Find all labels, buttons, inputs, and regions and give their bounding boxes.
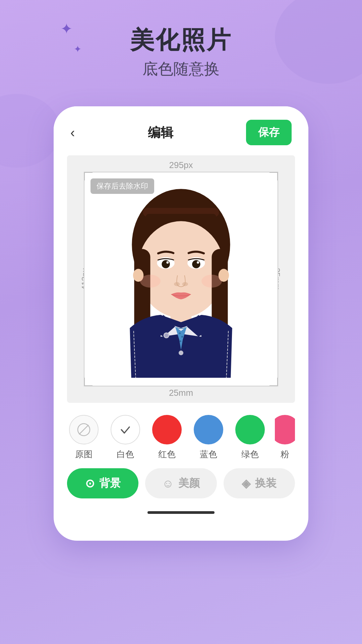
color-label-blue: 蓝色 xyxy=(200,448,217,460)
corner-tr xyxy=(269,172,278,180)
tab-beauty[interactable]: ☺ 美颜 xyxy=(145,468,217,498)
color-circle-original[interactable] xyxy=(69,415,99,444)
tab-outfit-label: 换装 xyxy=(255,476,277,491)
svg-point-18 xyxy=(140,275,161,287)
tab-beauty-label: 美颜 xyxy=(178,476,200,491)
color-option-red[interactable]: 红色 xyxy=(150,415,184,460)
svg-point-13 xyxy=(192,260,200,268)
phone-home-indicator xyxy=(147,511,215,514)
person-svg xyxy=(84,182,278,386)
color-option-blue[interactable]: 蓝色 xyxy=(192,415,225,460)
corner-br xyxy=(269,378,278,386)
phone-topbar: ‹ 编辑 保存 xyxy=(54,106,308,152)
svg-point-16 xyxy=(174,282,180,286)
photo-canvas: 295px 413px 35mm 保存后去除水印 xyxy=(67,155,295,403)
phone-mockup: ‹ 编辑 保存 295px 413px 35mm 保存后去除水印 xyxy=(54,106,308,541)
sparkle-icon-2: ✦ xyxy=(74,44,81,55)
watermark-badge: 保存后去除水印 xyxy=(90,178,154,194)
svg-point-19 xyxy=(201,275,222,287)
corner-bl xyxy=(84,378,93,386)
person-photo xyxy=(84,172,278,386)
color-circle-pink[interactable] xyxy=(275,415,295,444)
svg-point-15 xyxy=(197,261,199,264)
color-options-row: 原图 白色 红色 蓝色 xyxy=(67,415,295,460)
svg-line-27 xyxy=(79,425,88,434)
color-label-white: 白色 xyxy=(117,448,134,460)
bottom-tabs: ⊙ 背景 ☺ 美颜 ◈ 换装 xyxy=(54,468,308,505)
topbar-title: 编辑 xyxy=(148,124,173,141)
bg-blob-mid-left xyxy=(0,94,60,168)
sparkle-icon-1: ✦ xyxy=(60,20,73,37)
svg-point-21 xyxy=(181,336,183,338)
color-option-original[interactable]: 原图 xyxy=(67,415,101,460)
svg-point-5 xyxy=(138,221,224,318)
color-circle-red[interactable] xyxy=(152,415,182,444)
svg-rect-3 xyxy=(146,214,216,220)
tab-background[interactable]: ⊙ 背景 xyxy=(67,468,138,498)
dim-top-label: 295px xyxy=(67,155,295,172)
svg-point-25 xyxy=(165,334,168,337)
color-option-white[interactable]: 白色 xyxy=(109,415,142,460)
tab-outfit[interactable]: ◈ 换装 xyxy=(224,468,295,498)
svg-point-17 xyxy=(182,282,188,286)
svg-point-12 xyxy=(162,260,170,268)
back-button[interactable]: ‹ xyxy=(70,125,75,140)
dim-bottom-label: 25mm xyxy=(67,386,295,403)
color-label-original: 原图 xyxy=(75,448,93,460)
color-circle-white[interactable] xyxy=(111,415,140,444)
color-label-green: 绿色 xyxy=(241,448,259,460)
beauty-tab-icon: ☺ xyxy=(162,477,174,490)
photo-frame: 保存后去除水印 xyxy=(84,172,278,386)
color-option-pink[interactable]: 粉 xyxy=(275,415,295,460)
svg-point-20 xyxy=(179,332,181,334)
outfit-tab-icon: ◈ xyxy=(242,477,250,490)
color-options-section: 原图 白色 红色 蓝色 xyxy=(54,403,308,468)
color-circle-blue[interactable] xyxy=(194,415,223,444)
page-subtitle: 底色随意换 xyxy=(0,59,362,79)
color-label-red: 红色 xyxy=(158,448,176,460)
color-circle-green[interactable] xyxy=(235,415,265,444)
svg-point-23 xyxy=(179,351,183,355)
header-section: ✦ ✦ 美化照片 底色随意换 xyxy=(0,0,362,79)
tab-background-label: 背景 xyxy=(99,476,121,491)
circle-slash-icon xyxy=(76,422,91,437)
background-tab-icon: ⊙ xyxy=(85,477,95,490)
svg-point-22 xyxy=(180,340,181,342)
save-button[interactable]: 保存 xyxy=(246,120,292,145)
page-title: 美化照片 xyxy=(0,27,362,53)
photo-frame-outer: 413px 35mm 保存后去除水印 xyxy=(84,172,278,386)
check-icon xyxy=(119,423,132,436)
color-label-pink: 粉 xyxy=(281,448,289,460)
color-option-green[interactable]: 绿色 xyxy=(233,415,267,460)
svg-point-14 xyxy=(166,261,169,264)
